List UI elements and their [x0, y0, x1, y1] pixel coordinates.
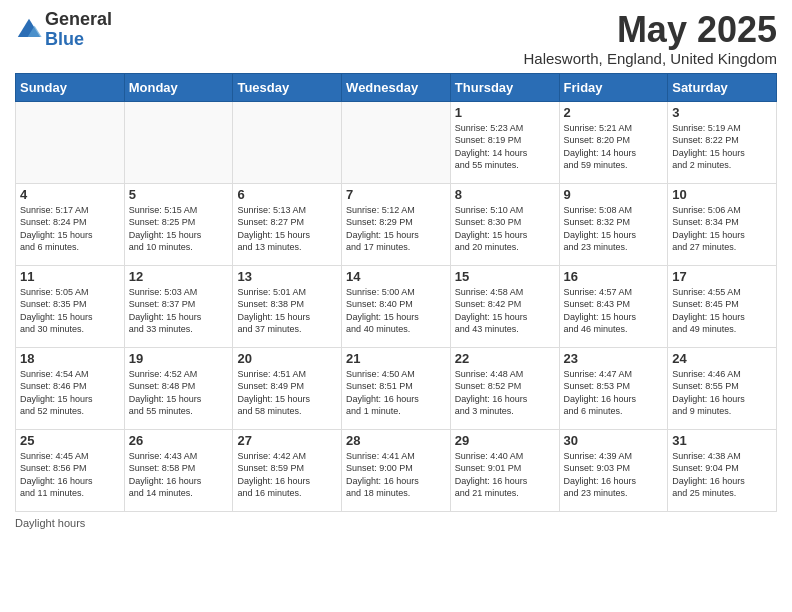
- calendar-cell: 1Sunrise: 5:23 AM Sunset: 8:19 PM Daylig…: [450, 101, 559, 183]
- calendar-cell: 4Sunrise: 5:17 AM Sunset: 8:24 PM Daylig…: [16, 183, 125, 265]
- day-number: 10: [672, 187, 772, 202]
- calendar-cell: 28Sunrise: 4:41 AM Sunset: 9:00 PM Dayli…: [342, 429, 451, 511]
- day-number: 11: [20, 269, 120, 284]
- day-number: 15: [455, 269, 555, 284]
- calendar-cell: 22Sunrise: 4:48 AM Sunset: 8:52 PM Dayli…: [450, 347, 559, 429]
- day-info: Sunrise: 5:23 AM Sunset: 8:19 PM Dayligh…: [455, 122, 555, 172]
- day-info: Sunrise: 5:06 AM Sunset: 8:34 PM Dayligh…: [672, 204, 772, 254]
- day-info: Sunrise: 5:17 AM Sunset: 8:24 PM Dayligh…: [20, 204, 120, 254]
- day-info: Sunrise: 4:39 AM Sunset: 9:03 PM Dayligh…: [564, 450, 664, 500]
- day-number: 4: [20, 187, 120, 202]
- calendar-header-friday: Friday: [559, 73, 668, 101]
- calendar-header-row: SundayMondayTuesdayWednesdayThursdayFrid…: [16, 73, 777, 101]
- day-info: Sunrise: 5:13 AM Sunset: 8:27 PM Dayligh…: [237, 204, 337, 254]
- day-info: Sunrise: 4:47 AM Sunset: 8:53 PM Dayligh…: [564, 368, 664, 418]
- calendar-cell: 13Sunrise: 5:01 AM Sunset: 8:38 PM Dayli…: [233, 265, 342, 347]
- calendar-cell: 8Sunrise: 5:10 AM Sunset: 8:30 PM Daylig…: [450, 183, 559, 265]
- day-number: 5: [129, 187, 229, 202]
- calendar-cell: 25Sunrise: 4:45 AM Sunset: 8:56 PM Dayli…: [16, 429, 125, 511]
- calendar-week-4: 18Sunrise: 4:54 AM Sunset: 8:46 PM Dayli…: [16, 347, 777, 429]
- day-info: Sunrise: 4:38 AM Sunset: 9:04 PM Dayligh…: [672, 450, 772, 500]
- day-info: Sunrise: 5:00 AM Sunset: 8:40 PM Dayligh…: [346, 286, 446, 336]
- day-number: 20: [237, 351, 337, 366]
- day-number: 17: [672, 269, 772, 284]
- day-number: 19: [129, 351, 229, 366]
- day-info: Sunrise: 4:45 AM Sunset: 8:56 PM Dayligh…: [20, 450, 120, 500]
- calendar-cell: 17Sunrise: 4:55 AM Sunset: 8:45 PM Dayli…: [668, 265, 777, 347]
- calendar-header-thursday: Thursday: [450, 73, 559, 101]
- day-number: 21: [346, 351, 446, 366]
- calendar-cell: 11Sunrise: 5:05 AM Sunset: 8:35 PM Dayli…: [16, 265, 125, 347]
- day-number: 3: [672, 105, 772, 120]
- calendar-header-tuesday: Tuesday: [233, 73, 342, 101]
- calendar-cell: 12Sunrise: 5:03 AM Sunset: 8:37 PM Dayli…: [124, 265, 233, 347]
- day-info: Sunrise: 5:01 AM Sunset: 8:38 PM Dayligh…: [237, 286, 337, 336]
- day-info: Sunrise: 4:51 AM Sunset: 8:49 PM Dayligh…: [237, 368, 337, 418]
- day-info: Sunrise: 4:58 AM Sunset: 8:42 PM Dayligh…: [455, 286, 555, 336]
- day-info: Sunrise: 5:03 AM Sunset: 8:37 PM Dayligh…: [129, 286, 229, 336]
- calendar-cell: 24Sunrise: 4:46 AM Sunset: 8:55 PM Dayli…: [668, 347, 777, 429]
- logo-text: General Blue: [45, 10, 112, 50]
- calendar-cell: 3Sunrise: 5:19 AM Sunset: 8:22 PM Daylig…: [668, 101, 777, 183]
- calendar-cell: 27Sunrise: 4:42 AM Sunset: 8:59 PM Dayli…: [233, 429, 342, 511]
- calendar-cell: 2Sunrise: 5:21 AM Sunset: 8:20 PM Daylig…: [559, 101, 668, 183]
- day-number: 23: [564, 351, 664, 366]
- footer: Daylight hours: [15, 517, 777, 529]
- calendar-cell: 31Sunrise: 4:38 AM Sunset: 9:04 PM Dayli…: [668, 429, 777, 511]
- calendar-header-monday: Monday: [124, 73, 233, 101]
- calendar-cell: 16Sunrise: 4:57 AM Sunset: 8:43 PM Dayli…: [559, 265, 668, 347]
- day-number: 24: [672, 351, 772, 366]
- day-number: 1: [455, 105, 555, 120]
- calendar-cell: 9Sunrise: 5:08 AM Sunset: 8:32 PM Daylig…: [559, 183, 668, 265]
- day-number: 29: [455, 433, 555, 448]
- calendar-cell: 5Sunrise: 5:15 AM Sunset: 8:25 PM Daylig…: [124, 183, 233, 265]
- calendar-header-sunday: Sunday: [16, 73, 125, 101]
- month-title: May 2025: [524, 10, 777, 50]
- calendar-week-3: 11Sunrise: 5:05 AM Sunset: 8:35 PM Dayli…: [16, 265, 777, 347]
- title-block: May 2025 Halesworth, England, United Kin…: [524, 10, 777, 67]
- day-info: Sunrise: 4:42 AM Sunset: 8:59 PM Dayligh…: [237, 450, 337, 500]
- day-info: Sunrise: 5:05 AM Sunset: 8:35 PM Dayligh…: [20, 286, 120, 336]
- day-number: 9: [564, 187, 664, 202]
- day-number: 14: [346, 269, 446, 284]
- day-info: Sunrise: 5:19 AM Sunset: 8:22 PM Dayligh…: [672, 122, 772, 172]
- day-number: 2: [564, 105, 664, 120]
- calendar-cell: 26Sunrise: 4:43 AM Sunset: 8:58 PM Dayli…: [124, 429, 233, 511]
- day-number: 25: [20, 433, 120, 448]
- day-number: 7: [346, 187, 446, 202]
- calendar-cell: 23Sunrise: 4:47 AM Sunset: 8:53 PM Dayli…: [559, 347, 668, 429]
- day-info: Sunrise: 5:08 AM Sunset: 8:32 PM Dayligh…: [564, 204, 664, 254]
- day-info: Sunrise: 4:41 AM Sunset: 9:00 PM Dayligh…: [346, 450, 446, 500]
- calendar-cell: 15Sunrise: 4:58 AM Sunset: 8:42 PM Dayli…: [450, 265, 559, 347]
- calendar-cell: [16, 101, 125, 183]
- calendar-week-2: 4Sunrise: 5:17 AM Sunset: 8:24 PM Daylig…: [16, 183, 777, 265]
- day-info: Sunrise: 4:52 AM Sunset: 8:48 PM Dayligh…: [129, 368, 229, 418]
- day-number: 31: [672, 433, 772, 448]
- day-number: 16: [564, 269, 664, 284]
- day-number: 27: [237, 433, 337, 448]
- day-info: Sunrise: 5:10 AM Sunset: 8:30 PM Dayligh…: [455, 204, 555, 254]
- calendar-week-1: 1Sunrise: 5:23 AM Sunset: 8:19 PM Daylig…: [16, 101, 777, 183]
- logo-general: General: [45, 10, 112, 30]
- day-info: Sunrise: 4:48 AM Sunset: 8:52 PM Dayligh…: [455, 368, 555, 418]
- calendar-header-wednesday: Wednesday: [342, 73, 451, 101]
- calendar-cell: 6Sunrise: 5:13 AM Sunset: 8:27 PM Daylig…: [233, 183, 342, 265]
- day-number: 13: [237, 269, 337, 284]
- calendar-header-saturday: Saturday: [668, 73, 777, 101]
- day-number: 6: [237, 187, 337, 202]
- day-info: Sunrise: 5:12 AM Sunset: 8:29 PM Dayligh…: [346, 204, 446, 254]
- day-number: 22: [455, 351, 555, 366]
- calendar-cell: 29Sunrise: 4:40 AM Sunset: 9:01 PM Dayli…: [450, 429, 559, 511]
- calendar-cell: [342, 101, 451, 183]
- logo-blue: Blue: [45, 30, 112, 50]
- day-number: 12: [129, 269, 229, 284]
- day-number: 18: [20, 351, 120, 366]
- day-number: 28: [346, 433, 446, 448]
- day-number: 26: [129, 433, 229, 448]
- header: General Blue May 2025 Halesworth, Englan…: [15, 10, 777, 67]
- calendar-cell: 18Sunrise: 4:54 AM Sunset: 8:46 PM Dayli…: [16, 347, 125, 429]
- day-info: Sunrise: 5:15 AM Sunset: 8:25 PM Dayligh…: [129, 204, 229, 254]
- calendar-cell: 19Sunrise: 4:52 AM Sunset: 8:48 PM Dayli…: [124, 347, 233, 429]
- day-number: 8: [455, 187, 555, 202]
- day-info: Sunrise: 4:54 AM Sunset: 8:46 PM Dayligh…: [20, 368, 120, 418]
